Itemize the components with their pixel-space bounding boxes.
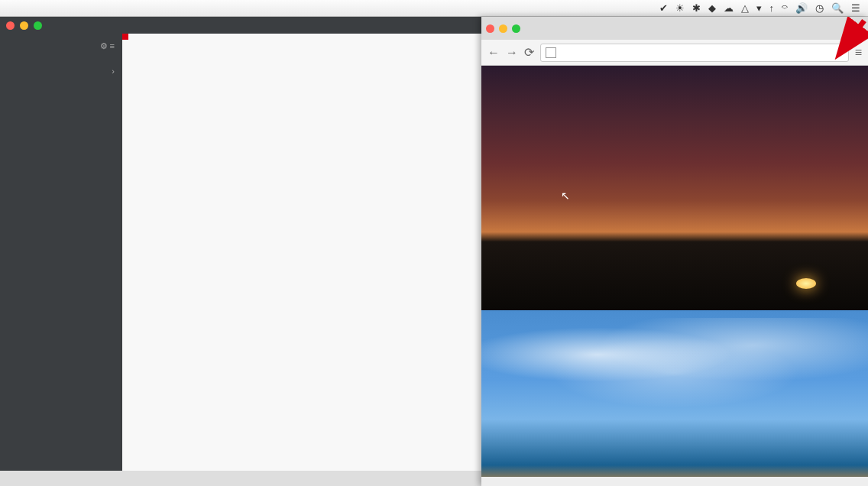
sun-graphic [796,278,816,289]
mouse-cursor-icon: ↖ [561,190,570,202]
wifi-icon[interactable]: ⌔ [782,2,788,14]
status-icon[interactable]: ☀ [675,2,685,14]
beach-image [481,310,868,477]
search-icon[interactable]: 🔍 [831,2,844,14]
status-icon[interactable]: ☁ [724,2,734,14]
fold-gutter[interactable] [159,34,170,38]
status-bar [0,471,481,486]
chrome-toolbar: ← → ⟳ ≡ [481,40,868,66]
status-icon[interactable]: ▾ [756,2,762,14]
brackets-window: ⚙ ≡ › [0,17,481,486]
hamburger-icon[interactable]: ☰ [851,2,860,14]
zoom-button[interactable] [34,21,42,30]
project-header[interactable]: › [0,63,122,79]
clouds-graphic [481,318,868,410]
page-icon [546,47,556,58]
page-viewport[interactable]: ↖ [481,66,868,477]
mac-menubar: ✔︎ ☀ ✱ ◆ ☁ △ ▾ ↑ ⌔ 🔊 ◷ 🔍 ☰ [0,0,868,17]
close-button[interactable] [6,21,15,30]
line-gutter [122,34,159,38]
speaker-icon[interactable]: 🔊 [795,2,808,14]
window-controls [0,17,481,34]
chevron-right-icon: › [112,66,115,76]
forward-button[interactable]: → [506,46,518,60]
minimize-button[interactable] [499,24,507,33]
status-icon[interactable]: ◆ [708,2,716,14]
status-icon[interactable]: ↑ [769,2,775,14]
code-editor[interactable] [122,34,481,471]
url-bar[interactable] [540,44,849,62]
back-button[interactable]: ← [487,46,500,60]
gear-icon[interactable]: ⚙ ≡ [100,41,115,51]
editor-sidebar: ⚙ ≡ › [0,34,122,471]
code-content[interactable] [171,34,481,38]
reload-button[interactable]: ⟳ [524,45,534,60]
chrome-window: ← → ⟳ ≡ ↖ [481,17,868,486]
status-icon[interactable]: ✔︎ [659,2,668,14]
menubar-right-icons: ✔︎ ☀ ✱ ◆ ☁ △ ▾ ↑ ⌔ 🔊 ◷ 🔍 ☰ [659,2,861,14]
clock-icon[interactable]: ◷ [815,2,824,14]
minimize-button[interactable] [20,21,28,30]
zoom-button[interactable] [512,24,520,33]
tab-strip [481,17,868,40]
working-files-header[interactable]: ⚙ ≡ [0,38,122,54]
close-button[interactable] [486,24,494,33]
video-frame-sunset: ↖ [481,66,868,310]
status-icon[interactable]: △ [741,2,749,14]
menu-button[interactable]: ≡ [855,46,862,60]
horizontal-scrollbar[interactable] [481,477,868,486]
status-icon[interactable]: ✱ [692,2,701,14]
